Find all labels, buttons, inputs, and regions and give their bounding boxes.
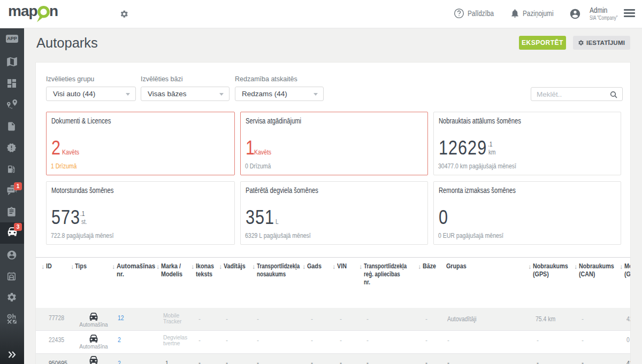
svg-text:map: map (8, 4, 37, 19)
svg-text:n: n (49, 4, 58, 19)
